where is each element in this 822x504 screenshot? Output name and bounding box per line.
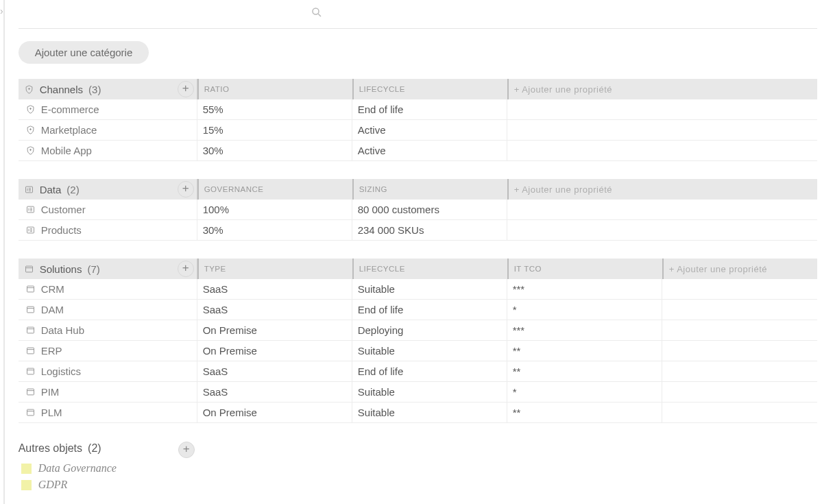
cell-value[interactable]: *** bbox=[507, 320, 662, 340]
cell-value[interactable]: On Premise bbox=[197, 341, 352, 361]
svg-rect-23 bbox=[27, 327, 34, 333]
cell-value[interactable]: On Premise bbox=[197, 320, 352, 340]
column-header[interactable]: GOVERNANCE bbox=[197, 179, 352, 200]
svg-rect-31 bbox=[27, 409, 34, 416]
cell-value[interactable]: SaaS bbox=[197, 300, 352, 320]
add-category-button[interactable]: Ajouter une catégorie bbox=[19, 41, 149, 64]
add-property-button[interactable]: + Ajouter une propriété bbox=[662, 259, 817, 279]
category-count: (2) bbox=[67, 184, 79, 195]
other-objects-count: (2) bbox=[88, 442, 101, 455]
cell-value[interactable]: ** bbox=[507, 341, 662, 361]
cell-value[interactable]: End of life bbox=[352, 300, 507, 320]
row-name: Data Hub bbox=[41, 324, 84, 336]
window-icon bbox=[25, 387, 36, 397]
add-property-button[interactable]: + Ajouter une propriété bbox=[507, 179, 817, 200]
window-icon bbox=[25, 407, 36, 418]
add-item-button[interactable]: + bbox=[178, 181, 194, 197]
cell-value[interactable]: * bbox=[507, 300, 662, 320]
row-name: Customer bbox=[41, 204, 86, 215]
column-header[interactable]: LIFECYCLE bbox=[352, 259, 507, 279]
category-name: Solutions bbox=[40, 263, 82, 275]
row-name: Mobile App bbox=[41, 145, 92, 156]
svg-rect-17 bbox=[25, 266, 32, 272]
cell-value[interactable]: Active bbox=[352, 141, 507, 160]
id-card-icon bbox=[25, 225, 36, 235]
category-header[interactable]: Channels (3)+ bbox=[19, 79, 197, 99]
add-item-button[interactable]: + bbox=[178, 261, 194, 277]
cell-value[interactable]: *** bbox=[507, 279, 662, 299]
svg-rect-27 bbox=[27, 368, 34, 374]
other-item-label: Data Governance bbox=[38, 462, 117, 475]
category-header[interactable]: Solutions (7)+ bbox=[19, 259, 197, 279]
table-row[interactable]: CRMSaaSSuitable*** bbox=[19, 279, 817, 300]
cell-value[interactable]: Suitable bbox=[352, 403, 507, 422]
search-icon[interactable] bbox=[311, 6, 323, 22]
cell-value[interactable]: SaaS bbox=[197, 361, 352, 381]
add-property-button[interactable]: + Ajouter une propriété bbox=[507, 79, 817, 99]
cell-value[interactable]: 234 000 SKUs bbox=[352, 220, 507, 240]
cell-value[interactable]: SaaS bbox=[197, 279, 352, 299]
cell-value[interactable]: Suitable bbox=[352, 382, 507, 402]
table-row[interactable]: Customer100%80 000 customers bbox=[19, 200, 817, 220]
column-header[interactable]: IT TCO bbox=[507, 259, 662, 279]
cell-value[interactable]: On Premise bbox=[197, 403, 352, 422]
column-header[interactable]: RATIO bbox=[197, 79, 352, 99]
column-header[interactable]: SIZING bbox=[352, 179, 507, 200]
cell-value[interactable]: ** bbox=[507, 403, 662, 422]
row-name: ERP bbox=[41, 345, 62, 357]
cell-value[interactable]: * bbox=[507, 382, 662, 402]
table-row[interactable]: E-commerce55%End of life bbox=[19, 99, 817, 120]
category-count: (7) bbox=[87, 263, 99, 275]
cell-value[interactable]: End of life bbox=[352, 99, 507, 119]
window-icon bbox=[25, 304, 36, 315]
category-count: (3) bbox=[88, 84, 101, 95]
row-name: PIM bbox=[41, 386, 60, 398]
window-icon bbox=[25, 366, 36, 376]
cell-value[interactable]: 80 000 customers bbox=[352, 200, 507, 219]
table-row[interactable]: LogisticsSaaSEnd of life** bbox=[19, 361, 817, 382]
column-header[interactable]: LIFECYCLE bbox=[352, 79, 507, 99]
search-input[interactable] bbox=[19, 9, 306, 20]
table-row[interactable]: Mobile App30%Active bbox=[19, 141, 817, 161]
cell-value[interactable]: Suitable bbox=[352, 279, 507, 299]
category-name: Data bbox=[40, 184, 62, 195]
cell-value[interactable]: Deploying bbox=[352, 320, 507, 340]
category-header[interactable]: Data (2)+ bbox=[19, 179, 197, 200]
row-name: Logistics bbox=[41, 365, 81, 377]
cell-value[interactable]: 30% bbox=[197, 141, 352, 160]
row-name: Products bbox=[41, 224, 82, 236]
cell-value[interactable]: ** bbox=[507, 361, 662, 381]
table-row[interactable]: Marketplace15%Active bbox=[19, 120, 817, 141]
cell-value[interactable]: 15% bbox=[197, 120, 352, 140]
cell-value[interactable]: 55% bbox=[197, 99, 352, 119]
shield-icon bbox=[25, 104, 36, 115]
cell-value[interactable]: 100% bbox=[197, 200, 352, 219]
cell-value[interactable]: SaaS bbox=[197, 382, 352, 402]
add-item-button[interactable]: + bbox=[178, 81, 194, 97]
other-item-label: GDPR bbox=[38, 479, 68, 491]
table-row[interactable]: PLMOn PremiseSuitable** bbox=[19, 403, 817, 423]
other-objects-title: Autres objets bbox=[19, 442, 82, 455]
window-icon bbox=[24, 264, 34, 274]
cell-value[interactable]: Suitable bbox=[352, 341, 507, 361]
svg-point-0 bbox=[313, 8, 319, 14]
svg-rect-25 bbox=[27, 348, 34, 354]
table-row[interactable]: PIMSaaSSuitable* bbox=[19, 382, 817, 403]
cell-value[interactable]: Active bbox=[352, 120, 507, 140]
add-other-button[interactable]: + bbox=[178, 442, 195, 458]
id-card-icon bbox=[25, 204, 36, 215]
table-row[interactable]: ERPOn PremiseSuitable** bbox=[19, 341, 817, 361]
cell-value[interactable]: 30% bbox=[197, 220, 352, 240]
table-row[interactable]: DAMSaaSEnd of life* bbox=[19, 300, 817, 320]
table-row[interactable]: Data HubOn PremiseDeploying*** bbox=[19, 320, 817, 341]
shield-icon bbox=[24, 84, 34, 95]
cell-value[interactable]: End of life bbox=[352, 361, 507, 381]
note-swatch-icon bbox=[21, 480, 32, 490]
column-header[interactable]: TYPE bbox=[197, 259, 352, 279]
other-item[interactable]: Data Governance bbox=[19, 460, 822, 477]
category-name: Channels bbox=[40, 84, 83, 95]
svg-rect-21 bbox=[27, 307, 34, 313]
svg-rect-19 bbox=[27, 286, 34, 292]
table-row[interactable]: Products30%234 000 SKUs bbox=[19, 220, 817, 241]
other-item[interactable]: GDPR bbox=[19, 477, 822, 493]
